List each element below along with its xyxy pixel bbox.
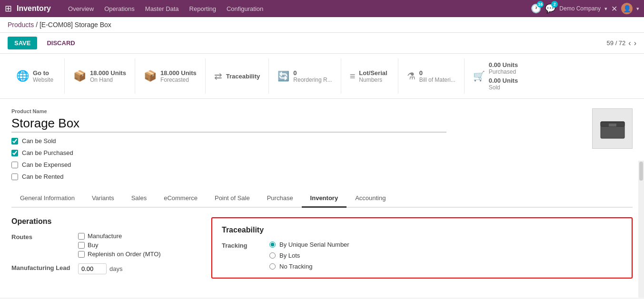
grid-icon[interactable]: ⊞ (5, 3, 12, 14)
scrollbar-thumb[interactable] (639, 162, 643, 181)
discard-button[interactable]: DISCARD (42, 37, 79, 49)
tracking-by-lots-radio[interactable] (269, 252, 276, 259)
route-mto: Replenish on Order (MTO) (78, 251, 192, 258)
tabs: General Information Variants Sales eComm… (11, 190, 633, 208)
smart-btn-lotsserial[interactable]: ≡ Lot/Serial Numbers (341, 58, 398, 94)
website-label: Website (33, 77, 53, 83)
close-icon[interactable]: ✕ (611, 4, 617, 13)
smart-btn-purchased[interactable]: 🛒 0.00 Units Purchased 0.00 Units Sold (465, 58, 526, 94)
mfg-lead-value: days (78, 263, 192, 274)
product-name-label: Product Name (11, 108, 633, 114)
nav-items: Overview Operations Master Data Reportin… (63, 2, 528, 15)
avatar-dropdown-icon[interactable]: ▾ (636, 6, 639, 12)
can-be-rented-checkbox[interactable] (11, 174, 18, 180)
smart-btn-onhand[interactable]: 📦 18.000 Units On Hand (65, 58, 135, 94)
nav-reporting[interactable]: Reporting (185, 2, 221, 15)
operations-title: Operations (11, 217, 192, 226)
tab-general-information[interactable]: General Information (11, 190, 83, 208)
reordering-val: 0 (293, 69, 332, 77)
can-be-purchased-checkbox[interactable] (11, 150, 18, 156)
forecasted-icon: 📦 (144, 70, 157, 82)
traceability-section: Traceability Tracking By Unique Serial N… (211, 217, 633, 279)
pagination-prev[interactable]: ‹ (628, 39, 631, 48)
tracking-by-lots[interactable]: By Lots (269, 252, 349, 259)
tab-ecommerce[interactable]: eCommerce (155, 190, 206, 208)
clock-icon-badge[interactable]: 🕐 16 (531, 3, 541, 14)
lotsserial-label: Numbers (359, 77, 387, 83)
route-buy-label: Buy (88, 241, 98, 249)
routes-label: Routes (11, 233, 73, 241)
toolbar: SAVE DISCARD 59 / 72 ‹ › (0, 33, 644, 54)
route-mto-checkbox[interactable] (78, 251, 85, 258)
pagination-next[interactable]: › (634, 39, 636, 48)
main-content: Product Name Can be Sold Can be Purchase… (0, 99, 644, 298)
can-be-purchased-row: Can be Purchased (11, 149, 633, 156)
tracking-by-lots-label: By Lots (279, 252, 300, 259)
route-manufacture-label: Manufacture (88, 232, 122, 240)
tracking-by-serial[interactable]: By Unique Serial Number (269, 241, 349, 248)
tab-accounting[interactable]: Accounting (347, 190, 394, 208)
tracking-by-serial-radio[interactable] (269, 241, 276, 248)
can-be-rented-row: Can be Rented (11, 173, 633, 180)
forecasted-label: Forecasted (160, 77, 197, 83)
smart-btn-bom[interactable]: ⚗ 0 Bill of Materi... (398, 58, 465, 94)
pagination: 59 / 72 ‹ › (607, 39, 636, 48)
bom-label: Bill of Materi... (419, 77, 456, 83)
onhand-label: On Hand (90, 77, 126, 83)
scrollbar-track[interactable] (638, 161, 644, 298)
tracking-by-serial-label: By Unique Serial Number (279, 241, 349, 248)
tracking-label: Tracking (222, 242, 260, 249)
breadcrumb-current: [E-COM08] Storage Box (40, 21, 111, 29)
tracking-no-tracking-radio[interactable] (269, 263, 276, 270)
onhand-val: 18.000 Units (90, 69, 126, 77)
onhand-icon: 📦 (73, 70, 86, 82)
smart-buttons: 🌐 Go to Website 📦 18.000 Units On Hand 📦… (0, 54, 644, 99)
save-button[interactable]: SAVE (8, 37, 37, 49)
chat-icon-badge[interactable]: 💬 2 (545, 3, 555, 14)
can-be-sold-row: Can be Sold (11, 137, 583, 145)
mfg-lead-input[interactable] (78, 263, 107, 274)
can-be-expensed-row: Can be Expensed (11, 161, 633, 168)
breadcrumb: Products / [E-COM08] Storage Box (0, 17, 644, 33)
tab-sales[interactable]: Sales (123, 190, 156, 208)
smart-btn-website[interactable]: 🌐 Go to Website (8, 58, 65, 94)
company-name[interactable]: Demo Company (559, 5, 601, 12)
tab-purchase[interactable]: Purchase (258, 190, 302, 208)
tracking-no-tracking-label: No Tracking (279, 263, 312, 270)
mfg-lead-label: Manufacturing Lead (11, 264, 73, 271)
nav-masterdata[interactable]: Master Data (140, 2, 184, 15)
nav-operations[interactable]: Operations (99, 2, 139, 15)
user-avatar[interactable]: 👤 (621, 3, 633, 14)
tab-variants[interactable]: Variants (83, 190, 123, 208)
tracking-no-tracking[interactable]: No Tracking (269, 263, 349, 270)
can-be-expensed-checkbox[interactable] (11, 162, 18, 168)
tab-point-of-sale[interactable]: Point of Sale (206, 190, 258, 208)
nav-configuration[interactable]: Configuration (222, 2, 268, 15)
product-name-input[interactable] (11, 116, 446, 133)
tracking-options: By Unique Serial Number By Lots No Track… (269, 241, 349, 270)
operations-section: Operations Routes Manufacture Buy Replen… (11, 217, 192, 279)
breadcrumb-link[interactable]: Products (8, 21, 34, 29)
product-form: Product Name Can be Sold Can be Purchase… (11, 108, 633, 180)
smart-btn-forecasted[interactable]: 📦 18.000 Units Forecasted (135, 58, 206, 94)
sold-val: 0.00 Units (489, 77, 518, 84)
company-dropdown-icon[interactable]: ▾ (604, 6, 607, 12)
globe-icon: 🌐 (16, 70, 29, 82)
smart-btn-reordering[interactable]: 🔄 0 Reordering R... (269, 58, 341, 94)
mfg-lead-field-row: Manufacturing Lead days (11, 263, 192, 274)
nav-overview[interactable]: Overview (63, 2, 99, 15)
route-manufacture-checkbox[interactable] (78, 233, 85, 240)
can-be-purchased-label: Can be Purchased (22, 149, 73, 156)
traceability-icon: ⇄ (214, 70, 222, 82)
route-mto-label: Replenish on Order (MTO) (88, 251, 161, 258)
tab-inventory[interactable]: Inventory (302, 190, 347, 208)
app-title: Inventory (17, 4, 51, 13)
clock-badge: 16 (537, 1, 544, 8)
chat-badge: 2 (551, 1, 558, 8)
reordering-icon: 🔄 (277, 70, 289, 82)
website-val: Go to (33, 69, 53, 77)
route-buy-checkbox[interactable] (78, 242, 85, 249)
smart-btn-traceability[interactable]: ⇄ Traceability (206, 58, 269, 94)
can-be-sold-checkbox[interactable] (11, 138, 18, 145)
bom-icon: ⚗ (407, 70, 416, 82)
